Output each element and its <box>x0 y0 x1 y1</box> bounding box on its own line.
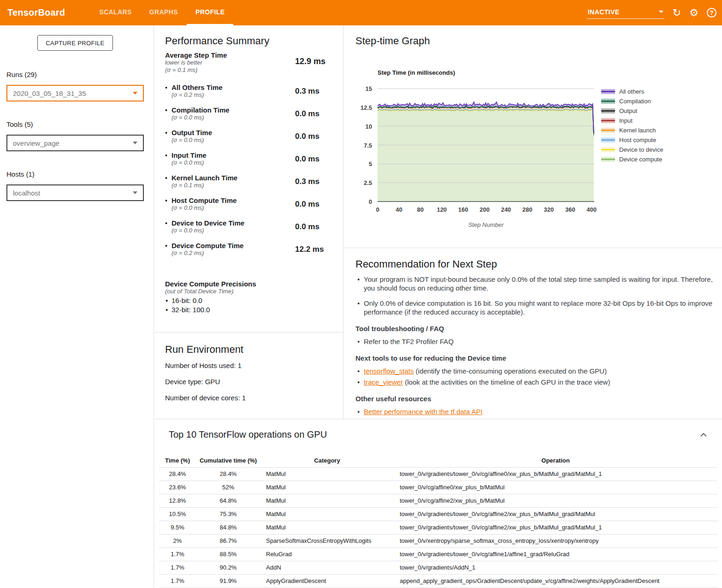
svg-text:Step Number: Step Number <box>468 221 504 228</box>
svg-text:10: 10 <box>366 123 372 130</box>
resource-item: Better performance with the tf.data API <box>364 407 715 416</box>
legend-item-host-compute: Host compute <box>601 135 663 145</box>
runs-select[interactable]: 2020_03_05_18_31_35 <box>6 85 144 101</box>
legend-swatch <box>601 147 615 152</box>
hosts-select[interactable]: localhost <box>6 184 144 201</box>
legend-label: Device to device <box>619 146 663 153</box>
faq-heading: Tool troubleshooting / FAQ <box>355 325 715 333</box>
svg-text:0: 0 <box>369 198 372 205</box>
legend-item-input: Input <box>601 116 663 125</box>
runs-label: Runs (29) <box>6 71 37 78</box>
table-row: 2%86.7%SparseSoftmaxCrossEntropyWithLogi… <box>159 534 717 547</box>
capture-profile-button[interactable]: CAPTURE PROFILE <box>37 35 113 51</box>
legend-swatch <box>601 108 615 113</box>
col-operation: Operation <box>394 454 717 467</box>
divider <box>344 248 722 248</box>
tab-profile[interactable]: PROFILE <box>187 0 233 25</box>
resources-heading: Other useful resources <box>355 395 715 403</box>
svg-text:7.5: 7.5 <box>364 142 372 149</box>
svg-text:0: 0 <box>376 206 379 213</box>
summary-item: • Kernel Launch Time (σ = 0.1 ms) 0.3 ms <box>172 174 333 189</box>
legend-swatch <box>601 157 615 162</box>
app-title: TensorBoard <box>7 7 65 18</box>
trace-viewer-link[interactable]: trace_viewer <box>364 378 403 386</box>
table-row: 9.5%84.8%MatMultower_0/v/gradients/tower… <box>159 521 717 534</box>
next-tool-item: trace_viewer (look at the activities on … <box>364 378 715 386</box>
summary-item: • Input Time (σ = 0.0 ms) 0.0 ms <box>172 151 333 166</box>
device-compute-precisions: Device Compute Precisions (out of Total … <box>165 280 256 315</box>
legend-item-output: Output <box>601 106 663 116</box>
tensorflow-stats-link[interactable]: tensorflow_stats <box>364 367 414 375</box>
legend-label: Input <box>619 117 633 124</box>
chevron-down-icon <box>133 191 137 194</box>
svg-text:2.5: 2.5 <box>364 179 372 186</box>
hosts-label: Hosts (1) <box>6 170 35 178</box>
legend-label: All others <box>619 88 644 95</box>
svg-text:15: 15 <box>366 85 372 92</box>
reload-icon[interactable]: ↻ <box>673 8 681 18</box>
table-row: 1.7%88.5%ReluGradtower_0/v/gradients/tow… <box>159 547 717 561</box>
legend-swatch <box>601 99 615 104</box>
legend-item-device-to-device: Device to device <box>601 145 663 154</box>
legend-item-kernel-launch: Kernel launch <box>601 125 663 135</box>
legend-item-all-others: All others <box>601 87 663 96</box>
legend-label: Device compute <box>619 156 662 163</box>
table-row: 1.7%90.2%AddNtower_0/v/gradients/AddN_1 <box>159 561 717 574</box>
summary-item: • Compilation Time (σ = 0.0 ms) 0.0 ms <box>172 106 333 121</box>
help-icon[interactable]: ? <box>707 8 716 18</box>
chevron-down-icon <box>659 11 663 13</box>
run-env-device-type: Device type: GPU <box>165 378 220 386</box>
svg-text:80: 80 <box>417 206 424 213</box>
legend-swatch <box>601 128 615 133</box>
tfdata-api-link[interactable]: Better performance with the tf.data API <box>364 408 483 416</box>
runs-select-value: 2020_03_05_18_31_35 <box>13 89 86 97</box>
svg-text:Step Time (in milliseconds): Step Time (in milliseconds) <box>378 69 455 76</box>
legend-label: Output <box>619 107 637 114</box>
run-environment-title: Run Environment <box>165 344 243 356</box>
table-row: 28.4%28.4%MatMultower_0/v/gradients/towe… <box>159 467 717 481</box>
top-ops-section: Top 10 TensorFlow operations on GPU Time… <box>154 419 722 588</box>
top-ops-title: Top 10 TensorFlow operations on GPU <box>169 429 327 440</box>
recommendation-section: Recommendation for Next Step Your progra… <box>355 258 715 418</box>
chevron-down-icon <box>133 142 137 144</box>
legend-label: Compilation <box>619 98 651 105</box>
summary-items: • All Others Time (σ = 0.2 ms) 0.3 ms • … <box>172 83 333 264</box>
average-step-time: Average Step Time lower is better (σ = 0… <box>165 51 333 74</box>
run-env-hosts: Number of Hosts used: 1 <box>165 362 242 369</box>
avg-sigma: (σ = 0.1 ms) <box>165 66 333 74</box>
recommendation-bullet: Your program is NOT input-bound because … <box>364 275 715 292</box>
graph-column: Step-time Graph Step Time (in millisecon… <box>344 25 722 419</box>
col-time: Time (%) <box>159 454 196 467</box>
svg-text:12.5: 12.5 <box>361 104 372 111</box>
next-tool-item: tensorflow_stats (identify the time-cons… <box>364 367 715 375</box>
svg-text:160: 160 <box>458 206 468 213</box>
gear-icon[interactable]: ⚙ <box>689 8 698 18</box>
recommendation-bullet: Only 0.0% of device computation is 16 bi… <box>364 299 715 316</box>
status-select-value: INACTIVE <box>588 8 620 16</box>
faq-item: Refer to the TF2 Profiler FAQ <box>364 337 715 346</box>
collapse-chevron-icon[interactable] <box>699 431 708 439</box>
performance-summary-title: Performance Summary <box>165 35 269 47</box>
summary-item: • Device Compute Time (σ = 0.2 ms) 12.2 … <box>172 242 333 257</box>
table-row: 23.6%52%MatMultower_0/v/cg/affine0/xw_pl… <box>159 481 717 494</box>
summary-item: • Host Compute Time (σ = 0.0 ms) 0.0 ms <box>172 196 333 212</box>
legend-swatch <box>601 118 615 123</box>
legend-item-device-compute: Device compute <box>601 154 663 164</box>
summary-item: • All Others Time (σ = 0.2 ms) 0.3 ms <box>172 83 333 99</box>
table-row: 1.7%91.9%ApplyGradientDescentappend_appl… <box>159 574 717 588</box>
svg-text:320: 320 <box>544 206 554 213</box>
tab-scalars[interactable]: SCALARS <box>90 0 140 25</box>
table-row: 12.8%64.8%MatMultower_0/v/cg/affine2/xw_… <box>159 494 717 507</box>
tab-graphs[interactable]: GRAPHS <box>141 0 187 25</box>
run-env-cores: Number of device cores: 1 <box>165 394 246 402</box>
table-header-row: Time (%) Cumulative time (%) Category Op… <box>159 454 717 467</box>
status-select[interactable]: INACTIVE <box>587 7 664 19</box>
col-cumulative: Cumulative time (%) <box>196 454 260 467</box>
svg-text:200: 200 <box>479 206 490 213</box>
summary-column: Performance Summary Average Step Time lo… <box>154 25 343 419</box>
legend-swatch <box>601 89 615 94</box>
summary-item: • Device to Device Time (σ = 0.0 ms) 0.0… <box>172 219 333 234</box>
tools-select[interactable]: overview_page <box>6 135 144 151</box>
step-time-graph-title: Step-time Graph <box>355 35 430 47</box>
summary-item: • Output Time (σ = 0.0 ms) 0.0 ms <box>172 129 333 144</box>
